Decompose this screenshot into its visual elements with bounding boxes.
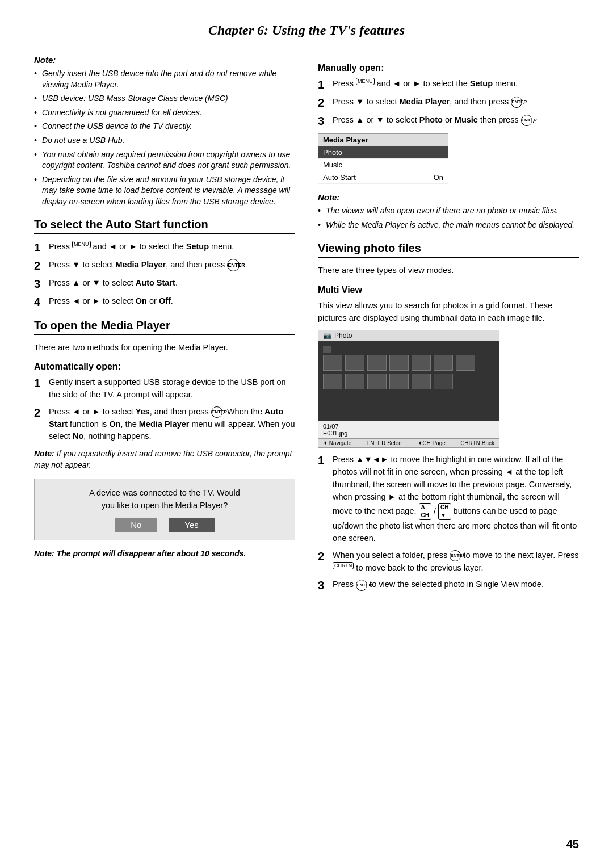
chrtn-btn: CHRTN (333, 562, 354, 569)
page: Chapter 6: Using the TV's features Note:… (0, 0, 613, 868)
folder-icon (323, 346, 331, 353)
page-up-btn: ACH (419, 503, 431, 520)
note-item-1: Gently insert the USB device into the po… (34, 68, 295, 90)
photo-thumb (367, 374, 387, 389)
step-item: 2 Press ▼ to select Media Player, and th… (318, 96, 579, 110)
auto-note: Note: If you repeatedly insert and remov… (34, 448, 295, 471)
enter-btn-2: ENTER (211, 406, 222, 418)
multi-view-steps: 1 Press ▲▼◄► to move the highlight in on… (318, 454, 579, 592)
photo-thumb (412, 355, 431, 371)
note-item-5: Do not use a USB Hub. (34, 135, 295, 146)
photo-thumb (456, 355, 475, 371)
step-item: 1 Press MENU and ◄ or ► to select the Se… (34, 241, 295, 254)
media-row-autostart: Auto Start On (318, 171, 448, 184)
note-item-r2: While the Media Player is active, the ma… (318, 220, 579, 231)
auto-open-steps: 1 Gently insert a supported USB storage … (34, 376, 295, 443)
photo-grid-footer: 01/07 E001.jpg (318, 421, 499, 438)
auto-start-steps: 1 Press MENU and ◄ or ► to select the Se… (34, 241, 295, 309)
no-button[interactable]: No (115, 518, 157, 532)
step-item: 2 Press ◄ or ► to select Yes, and then p… (34, 406, 295, 443)
note-list: Gently insert the USB device into the po… (34, 68, 295, 208)
step-item: 3 Press ENTER to view the selected photo… (318, 578, 579, 592)
media-player-box: Media Player Photo Music Auto Start On (318, 133, 448, 184)
photo-grid-content (318, 341, 499, 421)
photo-thumb-empty (434, 374, 453, 389)
note-item-r1: The viewer will also open even if there … (318, 206, 579, 217)
open-media-intro: There are two methods for opening the Me… (34, 342, 295, 354)
page-number: 45 (566, 838, 579, 851)
prompt-box: A device was connected to the TV. Would … (34, 479, 295, 540)
note-item-6: You must obtain any required permission … (34, 149, 295, 171)
note-label-right: Note: (318, 192, 579, 202)
note-item-3: Connectivity is not guaranteed for all d… (34, 107, 295, 119)
photo-row-1 (323, 355, 494, 371)
media-row-music: Music (318, 159, 448, 171)
manually-open-steps: 1 Press MENU and ◄ or ► to select the Se… (318, 78, 579, 128)
photo-grid-title: 📷 Photo (318, 330, 499, 341)
photo-thumb (345, 374, 364, 389)
multi-view-heading: Multi View (318, 285, 579, 295)
note-item-2: USB device: USB Mass Storage Class devic… (34, 93, 295, 104)
note-label: Note: (34, 55, 295, 65)
step-item: 2 When you select a folder, press ENTER … (318, 550, 579, 575)
note-item-4: Connect the USB device to the TV directl… (34, 121, 295, 132)
viewing-photos-intro: There are three types of view modes. (318, 265, 579, 277)
chapter-title: Chapter 6: Using the TV's features (34, 23, 579, 38)
photo-thumb (345, 355, 364, 371)
enter-btn-r2: ENTER (521, 115, 532, 126)
step-item: 1 Gently insert a supported USB storage … (34, 376, 295, 401)
media-row-photo: Photo (318, 146, 448, 159)
step-item: 3 Press ▲ or ▼ to select Photo or Music … (318, 114, 579, 128)
note-item-7: Depending on the file size and amount in… (34, 174, 295, 208)
photo-row-2 (323, 374, 494, 389)
prompt-buttons: No Yes (46, 518, 283, 532)
bottom-note: Note: The prompt will disappear after ab… (34, 548, 295, 560)
note-block-right: Note: The viewer will also open even if … (318, 192, 579, 230)
step-item: 2 Press ▼ to select Media Player, and th… (34, 259, 295, 272)
photo-thumb (412, 374, 431, 389)
right-column: Manually open: 1 Press MENU and ◄ or ► t… (318, 55, 579, 598)
photo-thumb (389, 374, 409, 389)
enter-btn: ENTER (227, 259, 240, 271)
note-list-right: The viewer will also open even if there … (318, 206, 579, 230)
open-media-heading: To open the Media Player (34, 319, 295, 335)
manually-open-heading: Manually open: (318, 63, 579, 73)
prompt-line2: you like to open the Media Player? (46, 500, 283, 512)
photo-grid-box: 📷 Photo (318, 330, 499, 448)
photo-thumb (389, 355, 409, 371)
step-item: 3 Press ▲ or ▼ to select Auto Start. (34, 277, 295, 291)
left-column: Note: Gently insert the USB device into … (34, 55, 295, 564)
auto-open-label: Automatically open: (34, 362, 295, 372)
multi-view-desc: This view allows you to search for photo… (318, 300, 579, 325)
photo-grid-nav: ✦ Navigate ENTER Select ✦CH Page CHRTN B… (318, 438, 499, 447)
viewing-photos-heading: Viewing photo files (318, 242, 579, 258)
media-player-title: Media Player (318, 134, 448, 146)
photo-thumb (434, 355, 453, 371)
photo-thumb (323, 374, 342, 389)
menu-btn-r: MENU (356, 78, 375, 85)
photo-thumb (323, 355, 342, 371)
enter-btn-single: ENTER (356, 580, 367, 591)
enter-btn-r: ENTER (511, 97, 522, 108)
photo-thumb (367, 355, 387, 371)
prompt-line1: A device was connected to the TV. Would (46, 487, 283, 500)
page-down-btn: CH▼ (438, 503, 451, 520)
yes-button[interactable]: Yes (169, 518, 214, 532)
step-item: 1 Press MENU and ◄ or ► to select the Se… (318, 78, 579, 91)
enter-btn-grid: ENTER (450, 550, 461, 561)
two-column-layout: Note: Gently insert the USB device into … (34, 55, 579, 598)
step-item: 1 Press ▲▼◄► to move the highlight in on… (318, 454, 579, 545)
auto-start-heading: To select the Auto Start function (34, 218, 295, 234)
step-item: 4 Press ◄ or ► to select On or Off. (34, 295, 295, 309)
note-block-top: Note: Gently insert the USB device into … (34, 55, 295, 208)
menu-btn: MENU (72, 241, 91, 248)
